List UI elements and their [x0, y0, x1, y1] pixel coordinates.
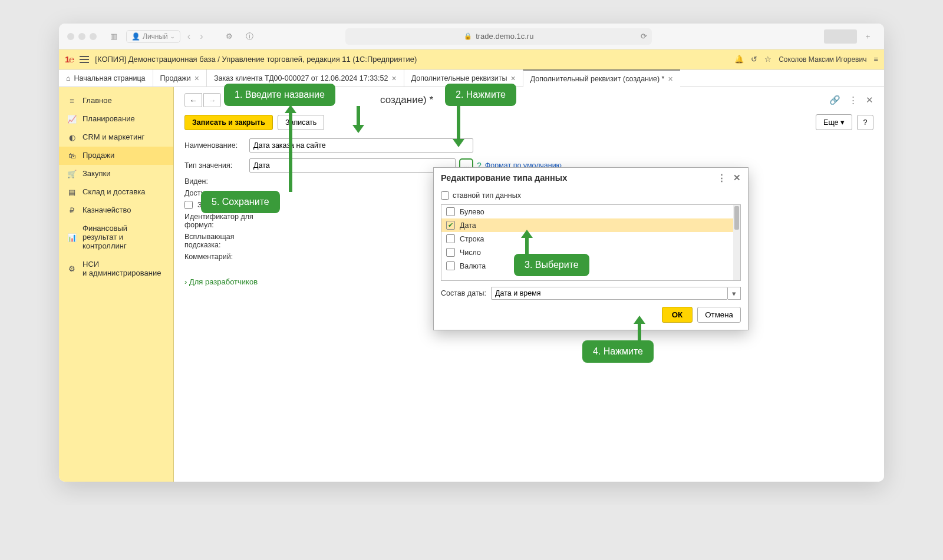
type-input[interactable]: [249, 158, 456, 173]
label-type: Тип значения:: [184, 161, 249, 170]
sidebar-item-purchases[interactable]: 🛒Закупки: [59, 165, 173, 183]
user-name[interactable]: Соколов Максим Игоревич: [779, 55, 866, 64]
sidebar-nav: ≡Главное 📈Планирование ◐CRM и маркетинг …: [59, 87, 174, 482]
type-option-string[interactable]: Строка: [441, 232, 740, 246]
sidebar-item-crm[interactable]: ◐CRM и маркетинг: [59, 128, 173, 147]
extension-placeholder: [824, 29, 857, 44]
callout-2: 2. Нажмите: [445, 84, 516, 106]
label-tooltip: Всплывающая подсказка:: [184, 233, 279, 249]
sidebar-toggle-icon[interactable]: ▥: [106, 29, 121, 44]
list-scrollbar[interactable]: [733, 205, 740, 280]
nav-forward[interactable]: ›: [197, 31, 205, 42]
za-checkbox[interactable]: [184, 201, 193, 209]
lock-icon: 🔒: [464, 32, 472, 40]
page-back-button[interactable]: ←: [184, 93, 202, 107]
type-editor-dialog: Редактирование типа данных ⋮ ✕ ставной т…: [433, 167, 749, 330]
close-panel-icon[interactable]: ✕: [866, 95, 873, 105]
kebab-icon[interactable]: ⋮: [849, 95, 858, 105]
callout-5: 5. Сохраните: [201, 191, 280, 213]
type-option-number[interactable]: Число: [441, 246, 740, 259]
app-header: 1℮ [КОПИЯ] Демонстрационная база / Управ…: [59, 49, 884, 69]
date-composition-select[interactable]: Дата и время: [491, 287, 728, 300]
close-icon[interactable]: ×: [194, 74, 199, 83]
app-title: [КОПИЯ] Демонстрационная база / Управлен…: [95, 55, 417, 64]
type-options-list[interactable]: Булево ✔Дата Строка Число Валюта: [441, 204, 741, 281]
sidebar-item-finance[interactable]: 📊Финансовый результат и контроллинг: [59, 220, 173, 256]
star-icon[interactable]: ☆: [764, 55, 771, 64]
content-area: ← → создание) * 🔗 ⋮ ✕ Записать и закрыть…: [174, 87, 884, 482]
page-forward-button[interactable]: →: [203, 93, 221, 107]
label-visible: Виден:: [184, 177, 279, 185]
type-option-date[interactable]: ✔Дата: [441, 218, 740, 232]
label-comment: Комментарий:: [184, 253, 279, 261]
close-icon[interactable]: ×: [510, 74, 515, 83]
tab-extra-prop-create[interactable]: Дополнительный реквизит (создание) *×: [523, 69, 680, 87]
bell-icon[interactable]: 🔔: [734, 55, 744, 64]
sidebar-item-main[interactable]: ≡Главное: [59, 92, 173, 110]
help-button[interactable]: ?: [857, 115, 873, 130]
dialog-kebab-icon[interactable]: ⋮: [717, 173, 726, 183]
dialog-close-icon[interactable]: ✕: [733, 173, 741, 183]
dialog-cancel-button[interactable]: Отмена: [697, 307, 741, 323]
sidebar-item-warehouse[interactable]: ▤Склад и доставка: [59, 183, 173, 201]
browser-toolbar: ▥ 👤 Личный ⌄ ‹ › ⚙ ⓘ 🔒 trade.demo.1c.ru …: [59, 24, 884, 49]
tab-home[interactable]: ⌂ Начальная страница: [59, 74, 153, 82]
label-name: Наименование:: [184, 141, 249, 150]
home-icon: ⌂: [66, 74, 71, 82]
date-composition-label: Состав даты:: [441, 289, 486, 297]
history-icon[interactable]: ↺: [751, 55, 757, 64]
sidebar-item-nsi[interactable]: ⚙НСИ и администрирование: [59, 256, 173, 283]
composite-type-checkbox[interactable]: [441, 191, 449, 200]
sidebar-item-treasury[interactable]: ₽Казначейство: [59, 201, 173, 220]
menu-icon[interactable]: [80, 56, 89, 63]
dialog-title: Редактирование типа данных: [441, 173, 567, 183]
type-option-boolean[interactable]: Булево: [441, 205, 740, 218]
chevron-down-icon[interactable]: ▾: [728, 287, 741, 300]
close-icon[interactable]: ×: [391, 74, 396, 83]
user-menu-icon[interactable]: ≡: [873, 55, 878, 64]
more-button[interactable]: Еще ▾: [816, 114, 852, 130]
save-and-close-button[interactable]: Записать и закрыть: [184, 115, 273, 130]
page-nav-arrows: ← →: [184, 93, 221, 107]
save-button[interactable]: Записать: [278, 115, 324, 130]
name-input[interactable]: [249, 138, 473, 153]
window-traffic-lights: [67, 33, 97, 40]
callout-3: 3. Выберите: [514, 254, 589, 276]
reload-icon[interactable]: ⟳: [641, 32, 647, 41]
sidebar-item-sales[interactable]: 🛍Продажи: [59, 147, 173, 165]
tab-sales[interactable]: Продажи×: [153, 69, 206, 87]
composite-type-label: ставной тип данных: [453, 191, 521, 200]
close-icon[interactable]: ×: [668, 74, 672, 84]
page-title-fragment: создание) *: [380, 94, 433, 106]
new-tab-button[interactable]: ＋: [860, 29, 876, 44]
logo-1c: 1℮: [65, 54, 74, 64]
type-option-currency[interactable]: Валюта: [441, 259, 740, 273]
sidebar-item-planning[interactable]: 📈Планирование: [59, 110, 173, 128]
gear-icon[interactable]: ⚙: [222, 29, 237, 44]
profile-picker[interactable]: 👤 Личный ⌄: [126, 30, 180, 43]
info-icon[interactable]: ⓘ: [242, 29, 257, 44]
nav-back[interactable]: ‹: [185, 31, 193, 42]
label-formula-id: Идентификатор для формул:: [184, 213, 279, 229]
link-icon[interactable]: 🔗: [829, 95, 840, 105]
dialog-ok-button[interactable]: ОК: [662, 307, 693, 323]
callout-1: 1. Введите название: [224, 84, 335, 106]
address-bar[interactable]: 🔒 trade.demo.1c.ru ⟳: [345, 28, 652, 45]
callout-4: 4. Нажмите: [582, 340, 654, 363]
